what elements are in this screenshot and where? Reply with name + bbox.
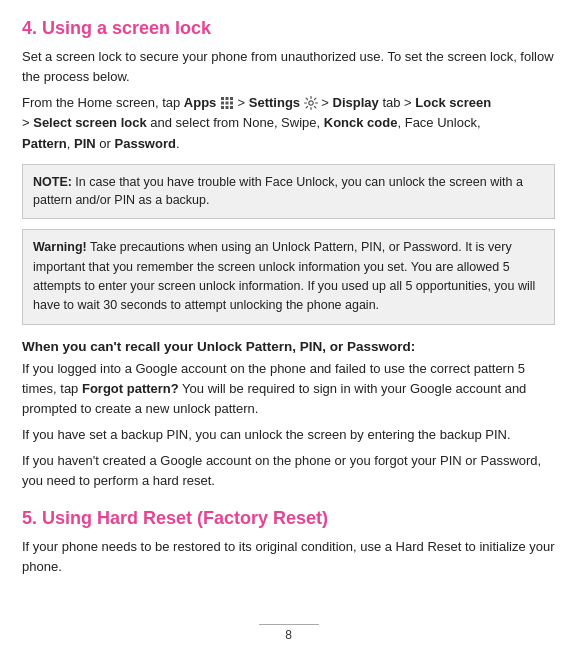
svg-rect-5 xyxy=(230,101,233,104)
settings-label: Settings xyxy=(249,95,300,110)
warning-text: Take precautions when using an Unlock Pa… xyxy=(33,240,535,312)
konckcode-label: Konck code xyxy=(324,115,398,130)
comma5: , xyxy=(67,136,74,151)
comma2: , xyxy=(317,115,324,130)
svg-rect-7 xyxy=(225,106,228,109)
note-text: In case that you have trouble with Face … xyxy=(33,175,523,208)
apps-label: Apps xyxy=(184,95,217,110)
svg-point-9 xyxy=(309,101,313,105)
lockscreen-label: Lock screen xyxy=(415,95,491,110)
apps-icon xyxy=(220,96,234,110)
section5-para1: If your phone needs to be restored to it… xyxy=(22,537,555,577)
para2-mid5: and select from xyxy=(147,115,243,130)
section4-para2: From the Home screen, tap Apps > Setting… xyxy=(22,93,555,153)
para2-end: . xyxy=(176,136,180,151)
note-box: NOTE: In case that you have trouble with… xyxy=(22,164,555,220)
swipe-label: Swipe xyxy=(281,115,316,130)
page-divider-line xyxy=(259,624,319,625)
password-label: Password xyxy=(115,136,176,151)
subsection-para2: If you have set a backup PIN, you can un… xyxy=(22,425,555,445)
svg-rect-6 xyxy=(221,106,224,109)
subsection-para3: If you haven't created a Google account … xyxy=(22,451,555,491)
display-label: Display xyxy=(333,95,379,110)
faceunlock-label: Face Unlock xyxy=(405,115,477,130)
para2-mid3: tab > xyxy=(379,95,416,110)
page-number-area: 8 xyxy=(0,624,577,642)
svg-rect-4 xyxy=(225,101,228,104)
pattern-label: Pattern xyxy=(22,136,67,151)
settings-icon xyxy=(304,96,318,110)
subsection-para1: If you logged into a Google account on t… xyxy=(22,359,555,419)
para2-mid2: > xyxy=(321,95,332,110)
para2-start: From the Home screen, tap xyxy=(22,95,184,110)
para2-mid6: or xyxy=(96,136,115,151)
comma3: , xyxy=(397,115,404,130)
svg-rect-2 xyxy=(230,97,233,100)
svg-rect-3 xyxy=(221,101,224,104)
subsection-title: When you can't recall your Unlock Patter… xyxy=(22,339,555,354)
section5-title: 5. Using Hard Reset (Factory Reset) xyxy=(22,508,555,529)
warning-label: Warning! xyxy=(33,240,87,254)
para2-mid1: > xyxy=(238,95,249,110)
pin-label: PIN xyxy=(74,136,96,151)
section4-title: 4. Using a screen lock xyxy=(22,18,555,39)
comma4: , xyxy=(477,115,481,130)
warning-box: Warning! Take precautions when using an … xyxy=(22,229,555,325)
none-label: None xyxy=(243,115,274,130)
note-label: NOTE: xyxy=(33,175,72,189)
section4-para1: Set a screen lock to secure your phone f… xyxy=(22,47,555,87)
svg-rect-0 xyxy=(221,97,224,100)
forgot-pattern-label: Forgot pattern? xyxy=(82,381,179,396)
para2-mid4: > xyxy=(22,115,33,130)
svg-rect-8 xyxy=(230,106,233,109)
selectscreenlock-label: Select screen lock xyxy=(33,115,146,130)
svg-rect-1 xyxy=(225,97,228,100)
page-number: 8 xyxy=(285,628,292,642)
